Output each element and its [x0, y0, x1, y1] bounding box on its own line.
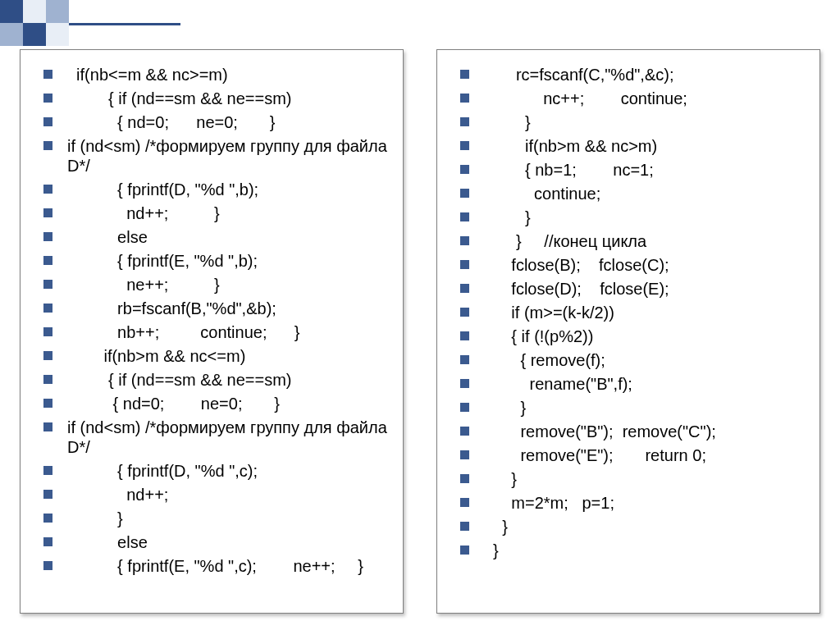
list-item: rename("B",f);: [460, 374, 810, 394]
list-item: { fprintf(E, "%d ",c); ne++; }: [43, 556, 393, 576]
code-text: rc=fscanf(C,"%d",&c);: [484, 65, 810, 84]
bullet-icon: [43, 208, 52, 217]
bullet-icon: [43, 327, 52, 336]
list-item: m=2*m; p=1;: [460, 493, 810, 513]
svg-rect-4: [23, 23, 46, 46]
list-item: { if (nd==sm && ne==sm): [43, 370, 393, 390]
bullet-icon: [43, 561, 52, 570]
code-text: else: [67, 532, 393, 552]
code-text: }: [484, 517, 810, 536]
list-item: { nd=0; ne=0; }: [43, 394, 393, 413]
bullet-icon: [460, 236, 469, 245]
bullet-icon: [43, 490, 52, 499]
right-panel: rc=fscanf(C,"%d",&c); nc++; continue; } …: [436, 49, 820, 614]
list-item: { nb=1; nc=1;: [460, 160, 810, 180]
list-item: { fprintf(E, "%d ",b);: [43, 251, 393, 271]
bullet-icon: [460, 260, 469, 269]
code-text: nc++; continue;: [484, 89, 810, 108]
list-item: rb=fscanf(B,"%d",&b);: [43, 299, 393, 318]
code-text: }: [484, 208, 810, 227]
list-item: }: [460, 208, 810, 227]
code-text: if (nd<sm) /*формируем группу для файла …: [67, 136, 393, 176]
list-item: if (nd<sm) /*формируем группу для файла …: [68, 136, 393, 176]
code-text: { if (nd==sm && ne==sm): [67, 89, 393, 108]
list-item: } //конец цикла: [460, 231, 810, 251]
list-item: if(nb>m && nc>m): [460, 136, 810, 156]
list-item: else: [43, 227, 393, 247]
left-panel: if(nb<=m && nc>=m) { if (nd==sm && ne==s…: [20, 49, 404, 614]
list-item: { if (nd==sm && ne==sm): [43, 89, 393, 108]
bullet-icon: [460, 450, 469, 459]
bullet-icon: [43, 304, 52, 313]
bullet-icon: [460, 403, 469, 412]
list-item: { fprintf(D, "%d ",c);: [43, 461, 393, 481]
list-item: continue;: [460, 184, 810, 203]
list-item: if(nb<=m && nc>=m): [43, 65, 393, 84]
list-item: { remove(f);: [460, 350, 810, 370]
list-item: if (nd<sm) /*формируем группу для файла …: [68, 418, 393, 457]
code-text: ne++; }: [67, 275, 393, 294]
bullet-icon: [43, 141, 52, 150]
code-text: { fprintf(D, "%d ",b);: [67, 180, 393, 199]
list-item: nb++; continue; }: [43, 322, 393, 342]
bullet-icon: [43, 232, 52, 241]
code-text: nd++;: [67, 485, 393, 504]
bullet-icon: [43, 514, 52, 523]
bullet-icon: [460, 189, 469, 198]
code-text: if(nb<=m && nc>=m): [67, 65, 393, 84]
code-text: if (m>=(k-k/2)): [484, 303, 810, 322]
code-text: fclose(B); fclose(C);: [484, 255, 810, 275]
list-item: { nd=0; ne=0; }: [43, 112, 393, 132]
left-code-list: if(nb<=m && nc>=m) { if (nd==sm && ne==s…: [43, 65, 393, 576]
code-text: if (nd<sm) /*формируем группу для файла …: [67, 418, 393, 457]
code-text: nd++; }: [67, 203, 393, 223]
bullet-icon: [43, 375, 52, 384]
code-text: fclose(D); fclose(E);: [484, 279, 810, 299]
list-item: nc++; continue;: [460, 89, 810, 108]
bullet-icon: [460, 522, 469, 531]
svg-rect-5: [46, 23, 69, 46]
bullet-icon: [460, 117, 469, 126]
bullet-icon: [43, 256, 52, 265]
code-text: { nd=0; ne=0; }: [67, 112, 393, 132]
bullet-icon: [460, 331, 469, 340]
list-item: if (m>=(k-k/2)): [460, 303, 810, 322]
slide-body: if(nb<=m && nc>=m) { if (nd==sm && ne==s…: [20, 49, 820, 614]
code-text: rename("B",f);: [484, 374, 810, 394]
bullet-icon: [43, 422, 52, 431]
code-text: rb=fscanf(B,"%d",&b);: [67, 299, 393, 318]
bullet-icon: [460, 498, 469, 507]
bullet-icon: [43, 466, 52, 475]
code-text: else: [67, 227, 393, 247]
bullet-icon: [460, 427, 469, 436]
svg-rect-3: [0, 23, 23, 46]
bullet-icon: [43, 70, 52, 79]
code-text: }: [67, 509, 393, 528]
list-item: nd++;: [43, 485, 393, 504]
list-item: }: [460, 469, 810, 489]
list-item: if(nb>m && nc<=m): [43, 346, 393, 366]
bullet-icon: [43, 280, 52, 289]
code-text: { if (!(p%2)): [484, 326, 810, 346]
bullet-icon: [460, 141, 469, 150]
bullet-icon: [43, 537, 52, 546]
list-item: }: [43, 509, 393, 528]
code-text: remove("E"); return 0;: [484, 445, 810, 465]
bullet-icon: [43, 185, 52, 194]
list-item: }: [460, 517, 810, 536]
svg-rect-1: [23, 0, 46, 23]
list-item: nd++; }: [43, 203, 393, 223]
code-text: nb++; continue; }: [67, 322, 393, 342]
bullet-icon: [43, 94, 52, 103]
list-item: }: [460, 398, 810, 418]
code-text: { fprintf(D, "%d ",c);: [67, 461, 393, 481]
corner-decoration: [0, 0, 180, 46]
list-item: else: [43, 532, 393, 552]
list-item: { fprintf(D, "%d ",b);: [43, 180, 393, 199]
bullet-icon: [460, 94, 469, 103]
bullet-icon: [43, 117, 52, 126]
code-text: { fprintf(E, "%d ",b);: [67, 251, 393, 271]
list-item: }: [460, 112, 810, 132]
list-item: rc=fscanf(C,"%d",&c);: [460, 65, 810, 84]
code-text: { nb=1; nc=1;: [484, 160, 810, 180]
